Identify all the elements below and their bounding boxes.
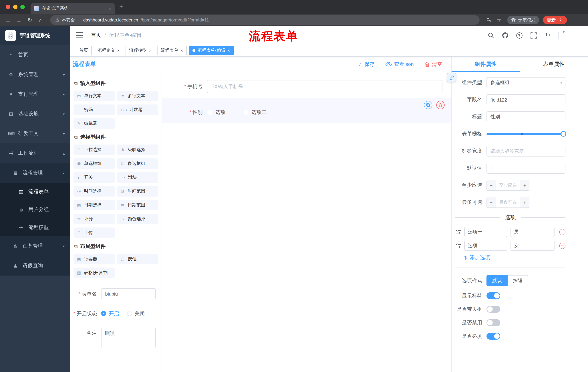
copy-field-button[interactable] — [424, 101, 432, 109]
increase-button[interactable]: + — [520, 180, 529, 190]
tab-form-props[interactable]: 表单属性 — [520, 57, 588, 72]
form-name-input[interactable] — [101, 288, 156, 299]
remove-option-button[interactable]: − — [559, 243, 566, 249]
phone-input[interactable] — [207, 80, 442, 93]
add-option-button[interactable]: ⊕ 添加选项 — [463, 255, 566, 261]
window-zoom-button[interactable] — [20, 5, 25, 9]
view-json-button[interactable]: 查看json — [386, 61, 414, 67]
palette-item-color-picker[interactable]: ◑颜色选择 — [117, 214, 158, 224]
min-select-input[interactable] — [496, 180, 520, 190]
field-phone[interactable]: *手机号 — [171, 80, 442, 93]
field-name-input[interactable] — [486, 94, 566, 105]
avatar-caret-icon[interactable]: ▾ — [563, 30, 565, 34]
security-label[interactable]: 不安全 — [62, 17, 75, 23]
tag-close-icon[interactable]: × — [180, 48, 183, 53]
bookmark-star-icon[interactable]: ☆ — [494, 15, 504, 25]
max-select-input[interactable] — [496, 197, 520, 207]
palette-item-date-range[interactable]: ▤日期范围 — [117, 200, 158, 210]
title-input[interactable] — [486, 111, 566, 122]
browser-menu-icon[interactable]: ⋮ — [558, 17, 563, 23]
status-on-radio[interactable]: 开启 — [101, 308, 119, 319]
help-icon[interactable]: ? — [515, 31, 523, 39]
sidebar-item-leave-query[interactable]: ♟ 请假查询 — [0, 256, 70, 276]
tag-process-model[interactable]: 流程模型 × — [126, 46, 155, 55]
user-avatar[interactable] — [558, 32, 559, 39]
option-2-name-input[interactable] — [464, 241, 507, 251]
slider-handle[interactable] — [561, 131, 566, 137]
link-icon[interactable] — [447, 73, 456, 82]
drag-handle-icon[interactable] — [456, 244, 461, 248]
palette-item-radio-group[interactable]: ◉单选框组 — [74, 158, 115, 169]
tag-close-icon[interactable]: × — [227, 48, 230, 53]
palette-item-switch[interactable]: ◐开关 — [74, 172, 115, 183]
drag-handle-icon[interactable] — [456, 230, 461, 234]
window-close-button[interactable] — [6, 5, 10, 9]
required-toggle[interactable] — [486, 333, 500, 340]
palette-item-cascader[interactable]: ⋔级联选择 — [117, 145, 158, 155]
palette-item-time-range[interactable]: ◶时间范围 — [117, 186, 158, 197]
collapse-menu-icon[interactable] — [76, 32, 83, 38]
reload-icon[interactable]: ↻ — [25, 15, 35, 25]
sidebar-item-home[interactable]: ⌂ 首页 — [0, 45, 70, 65]
sidebar-item-devtools[interactable]: ⌨ 研发工具 ▾ — [0, 124, 70, 143]
style-button-button[interactable]: 按钮 — [508, 275, 528, 286]
sidebar-item-user-group[interactable]: ☺ 用户分组 — [0, 201, 70, 218]
palette-item-date-picker[interactable]: ▦日期选择 — [74, 200, 115, 210]
home-toolbar-icon[interactable]: ⌂ — [36, 15, 46, 25]
option-2-value-input[interactable] — [511, 241, 555, 251]
gender-option-2-checkbox[interactable]: 选项二 — [243, 109, 267, 116]
with-border-toggle[interactable] — [486, 306, 500, 313]
style-default-button[interactable]: 默认 — [486, 275, 508, 286]
app-logo[interactable]: 芋道管理系统 — [0, 26, 70, 45]
delete-field-button[interactable] — [436, 101, 445, 109]
palette-item-time-picker[interactable]: ◷时间选择 — [74, 186, 115, 197]
label-width-input[interactable] — [486, 146, 566, 157]
palette-item-slider[interactable]: ―•滑块 — [117, 172, 158, 183]
form-grid-slider[interactable] — [486, 128, 566, 139]
github-icon[interactable] — [501, 31, 509, 39]
field-gender-selected[interactable]: *性别 选项一 选项二 — [162, 98, 451, 123]
tag-home[interactable]: 首页 — [76, 46, 92, 55]
palette-item-counter[interactable]: 123计数器 — [117, 105, 158, 115]
forward-icon[interactable]: → — [14, 15, 24, 25]
back-icon[interactable]: ← — [3, 15, 13, 25]
window-minimize-button[interactable] — [13, 5, 18, 9]
tag-close-icon[interactable]: × — [117, 48, 120, 53]
option-1-value-input[interactable] — [511, 227, 555, 237]
sidebar-item-infrastructure[interactable]: ⊞ 基础设施 ▾ — [0, 104, 70, 124]
address-bar[interactable]: ⚠ 不安全 dashboard.yudao.iocoder.cn/bpm/man… — [50, 15, 480, 25]
new-tab-button[interactable]: + — [119, 3, 123, 11]
password-key-icon[interactable] — [484, 15, 494, 25]
component-type-select[interactable]: 多选框组 ▾ — [486, 77, 566, 88]
palette-item-checkbox-group[interactable]: ☑多选框组 — [117, 158, 158, 169]
sidebar-item-process-form[interactable]: ▤ 流程表单 — [0, 183, 70, 201]
clear-button[interactable]: 清空 — [425, 61, 442, 67]
search-icon[interactable] — [487, 31, 495, 39]
palette-item-upload[interactable]: ↥上传 — [74, 227, 115, 238]
palette-item-row-container[interactable]: ▣行容器 — [74, 254, 115, 264]
tab-component-props[interactable]: 组件属性 — [452, 57, 520, 72]
decrease-button[interactable]: − — [487, 180, 496, 190]
sidebar-item-task-management[interactable]: ⋔ 任务管理 ▾ — [0, 236, 70, 256]
increase-button[interactable]: + — [520, 197, 529, 207]
show-label-toggle[interactable] — [486, 292, 500, 299]
sidebar-item-system-management[interactable]: ⚙ 系统管理 ▾ — [0, 65, 70, 85]
disabled-toggle[interactable] — [486, 319, 500, 326]
gender-option-1-checkbox[interactable]: 选项一 — [207, 109, 231, 116]
tag-process-form-edit[interactable]: 流程表单-编辑 × — [189, 46, 234, 55]
tag-close-icon[interactable]: × — [149, 48, 151, 53]
decrease-button[interactable]: − — [487, 197, 496, 207]
tag-process-definition[interactable]: 流程定义 × — [94, 46, 123, 55]
option-1-name-input[interactable] — [464, 227, 507, 237]
breadcrumb-home[interactable]: 首页 — [91, 32, 101, 39]
palette-item-button[interactable]: ▢按钮 — [117, 254, 158, 264]
sidebar-item-payment-management[interactable]: ¥ 支付管理 ▾ — [0, 85, 70, 104]
palette-item-select[interactable]: ⊙下拉选择 — [74, 145, 115, 155]
sidebar-item-process-model[interactable]: ✈ 流程模型 — [0, 218, 70, 236]
palette-item-editor[interactable]: ✎编辑器 — [74, 118, 115, 129]
status-off-radio[interactable]: 关闭 — [127, 308, 145, 319]
remark-textarea[interactable]: 嘿嘿 — [101, 328, 156, 348]
tag-process-form[interactable]: 流程表单 × — [157, 46, 187, 55]
save-button[interactable]: ✓ 保存 — [358, 61, 374, 67]
palette-item-table[interactable]: ▩表格[开发中] — [74, 267, 115, 278]
